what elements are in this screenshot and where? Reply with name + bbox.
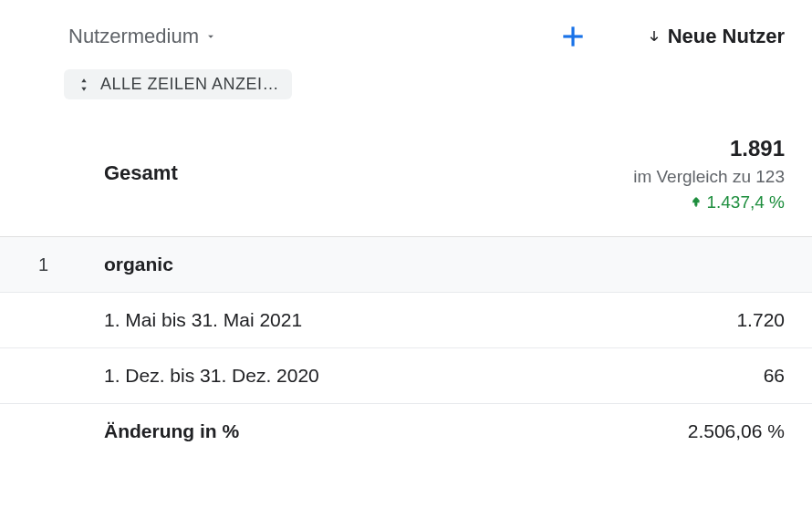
row-dimension-value: organic — [78, 254, 785, 275]
table-row[interactable]: 1 organic — [0, 236, 812, 292]
arrow-up-icon — [690, 196, 703, 209]
expand-row-container: ALLE ZEILEN ANZEI… — [0, 69, 812, 118]
dimension-label: Nutzermedium — [68, 25, 199, 48]
change-value: 2.506,06 % — [688, 420, 785, 442]
plus-icon — [558, 22, 588, 51]
change-percent-row: Änderung in % 2.506,06 % — [0, 403, 812, 459]
period-1-row: 1. Mai bis 31. Mai 2021 1.720 — [0, 292, 812, 347]
period-2-label: 1. Dez. bis 31. Dez. 2020 — [27, 365, 764, 387]
analytics-table: Nutzermedium Neue Nutzer — [0, 0, 812, 459]
change-label: Änderung in % — [27, 420, 688, 442]
sort-descending-icon — [646, 28, 662, 45]
period-1-value: 1.720 — [736, 309, 785, 331]
total-value: 1.891 — [633, 136, 785, 161]
total-label: Gesamt — [27, 136, 178, 185]
period-2-value: 66 — [764, 365, 785, 387]
row-index: 1 — [27, 254, 78, 275]
total-change-percent: 1.437,4 % — [633, 192, 785, 212]
table-header-row: Nutzermedium Neue Nutzer — [0, 0, 812, 69]
expand-sort-icon — [77, 77, 91, 93]
dropdown-caret-icon — [204, 30, 217, 43]
show-all-rows-chip[interactable]: ALLE ZEILEN ANZEI… — [64, 69, 292, 99]
metric-label: Neue Nutzer — [668, 25, 785, 48]
total-row: Gesamt 1.891 im Vergleich zu 123 1.437,4… — [0, 118, 812, 236]
dimension-selector[interactable]: Nutzermedium — [68, 25, 217, 48]
period-2-row: 1. Dez. bis 31. Dez. 2020 66 — [0, 347, 812, 403]
total-values: 1.891 im Vergleich zu 123 1.437,4 % — [633, 136, 785, 212]
total-compare-text: im Vergleich zu 123 — [633, 167, 785, 187]
expand-label: ALLE ZEILEN ANZEI… — [100, 75, 279, 94]
add-dimension-button[interactable] — [555, 18, 591, 55]
period-1-label: 1. Mai bis 31. Mai 2021 — [27, 309, 736, 331]
metric-column-header[interactable]: Neue Nutzer — [646, 25, 785, 48]
